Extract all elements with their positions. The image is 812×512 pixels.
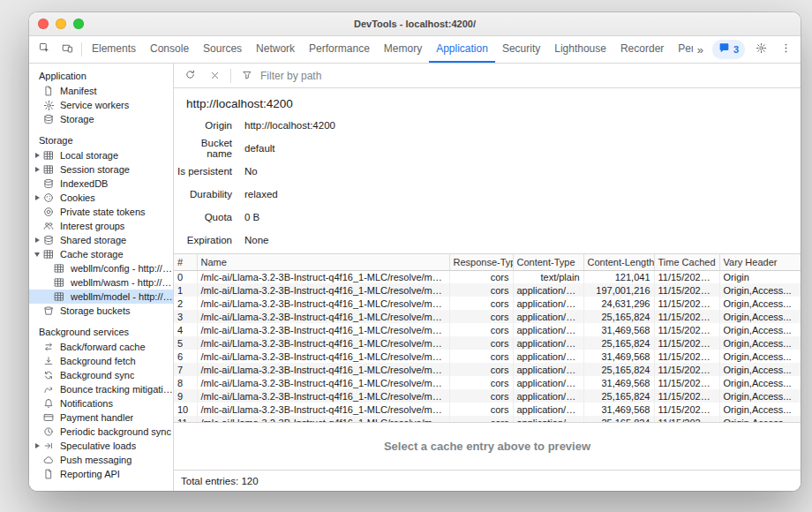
cell-content-length: 25,165,824 <box>583 310 654 323</box>
cache-entry-row[interactable]: 3/mlc-ai/Llama-3.2-3B-Instruct-q4f16_1-M… <box>174 310 801 323</box>
cache-entry-row[interactable]: 1/mlc-ai/Llama-3.2-3B-Instruct-q4f16_1-M… <box>174 283 801 297</box>
filter-button[interactable] <box>236 65 259 87</box>
tab-application[interactable]: Application <box>429 36 495 63</box>
sidebar-item-indexeddb[interactable]: IndexedDB <box>29 177 173 191</box>
cache-entry-row[interactable]: 8/mlc-ai/Llama-3.2-3B-Instruct-q4f16_1-M… <box>174 376 801 389</box>
cell-response-type: cors <box>449 336 513 350</box>
menu-button[interactable] <box>774 39 797 60</box>
sidebar-item-interest-groups[interactable]: Interest groups <box>29 219 173 233</box>
sidebar-item-speculative-loads[interactable]: Speculative loads <box>29 439 173 453</box>
cache-entry-row[interactable]: 6/mlc-ai/Llama-3.2-3B-Instruct-q4f16_1-M… <box>174 350 801 363</box>
column-header-content-type[interactable]: Content-Type <box>513 254 583 270</box>
expander-right-icon[interactable] <box>33 237 41 243</box>
meta-label: Is persistent <box>174 166 232 177</box>
cache-entry-row[interactable]: 5/mlc-ai/Llama-3.2-3B-Instruct-q4f16_1-M… <box>174 336 801 350</box>
sidebar-item-label: Back/forward cache <box>60 342 146 352</box>
minimize-window-button[interactable] <box>56 19 66 29</box>
window-titlebar: DevTools - localhost:4200/ <box>29 12 801 36</box>
cell-time-cached: 11/15/2024, 10... <box>654 297 719 310</box>
close-window-button[interactable] <box>38 19 49 29</box>
sidebar-item-reporting-api[interactable]: Reporting API <box>29 467 173 481</box>
cell-time-cached: 11/15/2024, 10... <box>654 350 719 363</box>
cell-content-type: application/oc... <box>513 297 583 310</box>
more-tabs-button[interactable]: » <box>693 43 708 56</box>
expander-right-icon[interactable] <box>33 443 41 448</box>
cache-entry-row[interactable]: 10/mlc-ai/Llama-3.2-3B-Instruct-q4f16_1-… <box>174 403 801 416</box>
cache-entry-row[interactable]: 9/mlc-ai/Llama-3.2-3B-Instruct-q4f16_1-M… <box>174 389 801 403</box>
grid-icon <box>41 164 56 175</box>
cache-entry-row[interactable]: 4/mlc-ai/Llama-3.2-3B-Instruct-q4f16_1-M… <box>174 323 801 336</box>
sidebar-item-label: Cache storage <box>60 249 124 260</box>
tab-console[interactable]: Console <box>143 36 196 63</box>
sidebar-item-background-fetch[interactable]: Background fetch <box>29 354 173 368</box>
tab-lighthouse[interactable]: Lighthouse <box>547 36 613 63</box>
meta-label: Quota <box>174 212 232 222</box>
sidebar-item-push-messaging[interactable]: Push messaging <box>29 453 173 467</box>
inspect-element-button[interactable] <box>33 39 56 60</box>
column-header-vary-header[interactable]: Vary Header <box>719 254 801 270</box>
sidebar-item-back-forward-cache[interactable]: Back/forward cache <box>29 340 173 354</box>
tab-label: Performance <box>309 42 370 55</box>
sidebar-item-notifications[interactable]: Notifications <box>29 396 173 410</box>
cell-time-cached: 11/15/2024, 10... <box>654 403 719 416</box>
expander-down-icon[interactable] <box>33 252 41 257</box>
column-header-time-cached[interactable]: Time Cached <box>654 254 719 270</box>
device-toolbar-button[interactable] <box>56 39 79 60</box>
tab-recorder[interactable]: Recorder <box>613 36 671 63</box>
cell-name: /mlc-ai/Llama-3.2-3B-Instruct-q4f16_1-ML… <box>197 336 449 350</box>
tab-network[interactable]: Network <box>249 36 302 63</box>
sidebar-item-webllm-wasm-http-loca[interactable]: webllm/wasm - http://loca... <box>29 275 173 290</box>
sidebar-item-shared-storage[interactable]: Shared storage <box>29 233 173 247</box>
cache-entry-row[interactable]: 11/mlc-ai/Llama-3.2-3B-Instruct-q4f16_1-… <box>174 416 801 423</box>
cell-content-type: application/oc... <box>513 310 583 323</box>
grid-icon <box>52 277 66 288</box>
sidebar-item-private-state-tokens[interactable]: Private state tokens <box>29 205 173 219</box>
filter-input[interactable] <box>260 70 455 82</box>
devtools-tabbar: ElementsConsoleSourcesNetworkPerformance… <box>29 36 801 64</box>
sidebar-item-payment-handler[interactable]: Payment handler <box>29 410 173 425</box>
meta-row-bucket-name: Bucket namedefault <box>174 137 801 160</box>
sidebar-item-background-sync[interactable]: Background sync <box>29 368 173 382</box>
settings-button[interactable] <box>749 39 772 60</box>
expander-right-icon[interactable] <box>33 153 41 158</box>
sidebar-item-local-storage[interactable]: Local storage <box>29 148 173 162</box>
sidebar-item-cache-storage[interactable]: Cache storage <box>29 247 173 261</box>
sidebar-item-service-workers[interactable]: Service workers <box>29 98 173 112</box>
tab-elements[interactable]: Elements <box>85 36 143 63</box>
expander-right-icon[interactable] <box>33 195 41 200</box>
sidebar-item-webllm-config-http-loc[interactable]: webllm/config - http://loc... <box>29 261 173 275</box>
tab-performance-insights[interactable]: Performance insights <box>671 36 692 63</box>
cell-content-length: 31,469,568 <box>583 403 654 416</box>
tab-memory[interactable]: Memory <box>377 36 429 63</box>
sidebar-item-storage-buckets[interactable]: Storage buckets <box>29 304 173 318</box>
column-header-response-type[interactable]: Response-Type <box>449 254 513 270</box>
cell-response-type: cors <box>449 376 513 389</box>
issues-badge[interactable]: 3 <box>712 40 745 59</box>
delete-selected-button[interactable] <box>203 65 226 87</box>
column-header-index[interactable]: # <box>174 254 197 270</box>
sidebar-item-webllm-model-http-loc[interactable]: webllm/model - http://loc... <box>29 290 173 304</box>
cell-index: 8 <box>174 376 197 389</box>
column-header-content-length[interactable]: Content-Length <box>583 254 654 270</box>
sidebar-item-bounce-tracking-mitigations[interactable]: Bounce tracking mitigations <box>29 382 173 396</box>
cell-name: /mlc-ai/Llama-3.2-3B-Instruct-q4f16_1-ML… <box>197 376 449 389</box>
sidebar-item-storage[interactable]: Storage <box>29 112 173 126</box>
cache-entry-row[interactable]: 0/mlc-ai/Llama-3.2-3B-Instruct-q4f16_1-M… <box>174 270 801 283</box>
preview-pane: Select a cache entry above to preview <box>174 423 801 470</box>
cell-content-length: 24,631,296 <box>583 297 654 310</box>
expander-right-icon[interactable] <box>33 167 41 172</box>
tab-security[interactable]: Security <box>495 36 547 63</box>
column-header-name[interactable]: Name <box>197 254 449 270</box>
sidebar-item-label: Notifications <box>60 398 113 409</box>
tab-performance[interactable]: Performance <box>302 36 377 63</box>
sidebar-item-session-storage[interactable]: Session storage <box>29 162 173 177</box>
zoom-window-button[interactable] <box>73 19 84 29</box>
sidebar-item-manifest[interactable]: Manifest <box>29 84 173 98</box>
refresh-button[interactable] <box>178 65 201 87</box>
cache-entry-row[interactable]: 7/mlc-ai/Llama-3.2-3B-Instruct-q4f16_1-M… <box>174 363 801 376</box>
tab-sources[interactable]: Sources <box>196 36 249 63</box>
cache-entry-row[interactable]: 2/mlc-ai/Llama-3.2-3B-Instruct-q4f16_1-M… <box>174 297 801 310</box>
cache-entries-table-wrap[interactable]: #NameResponse-TypeContent-TypeContent-Le… <box>174 253 801 423</box>
sidebar-item-periodic-background-sync[interactable]: Periodic background sync <box>29 425 173 439</box>
sidebar-item-cookies[interactable]: Cookies <box>29 191 173 205</box>
